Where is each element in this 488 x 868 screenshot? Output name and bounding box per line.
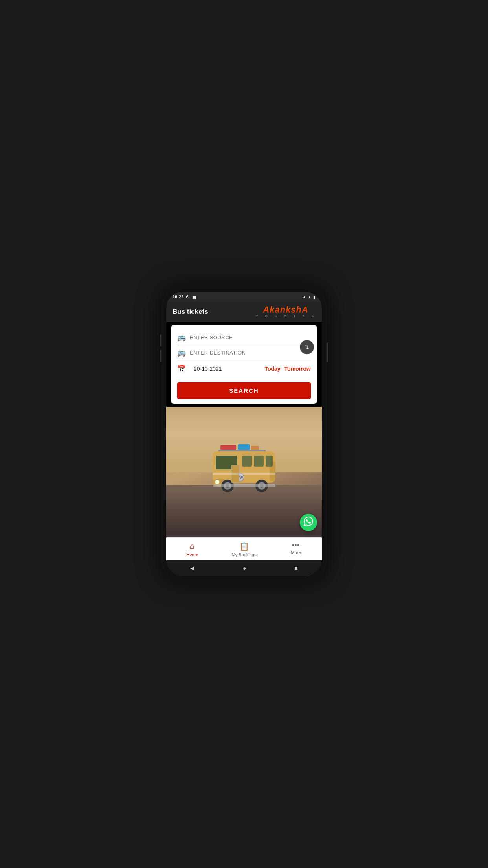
svg-rect-1	[238, 444, 250, 450]
destination-row: 🚌	[177, 345, 311, 360]
home-android-button[interactable]: ●	[235, 563, 254, 573]
volume-up-button	[160, 335, 161, 346]
alarm-icon: ⏱	[186, 295, 190, 299]
power-button	[327, 342, 328, 362]
more-label: More	[291, 550, 301, 555]
svg-rect-2	[251, 446, 259, 450]
home-icon: ⌂	[190, 542, 194, 551]
phone-frame: 10:22 ⏱ ▣ ▲ ▲ ▮ Bus tickets AkankshA	[161, 287, 327, 581]
svg-rect-9	[254, 456, 264, 467]
tomorrow-button[interactable]: Tomorrow	[284, 366, 311, 372]
calendar-icon: 📅	[177, 364, 186, 373]
svg-rect-24	[213, 473, 275, 475]
brand-name: AkankshA	[263, 305, 308, 314]
volume-down-button	[160, 350, 161, 362]
signal-icon: ▲	[308, 295, 312, 299]
source-row: 🚌 ⇅	[177, 330, 311, 345]
today-button[interactable]: Today	[264, 366, 280, 372]
bus-illustration: VW	[166, 407, 322, 537]
nav-home[interactable]: ⌂ Home	[166, 538, 218, 560]
svg-rect-3	[218, 450, 266, 451]
status-bar: 10:22 ⏱ ▣ ▲ ▲ ▮	[166, 292, 322, 302]
home-label: Home	[186, 552, 198, 557]
date-row: 📅 20-10-2021 Today Tomorrow	[177, 360, 311, 377]
destination-input[interactable]	[190, 350, 311, 356]
brand-tagline: T · O · U · R · I · S · M	[256, 314, 316, 318]
destination-bus-icon: 🚌	[177, 348, 186, 357]
nav-more[interactable]: ••• More	[270, 538, 322, 560]
data-icon: ▣	[192, 295, 196, 299]
app-content: Bus tickets AkankshA T · O · U · R · I ·…	[166, 302, 322, 576]
source-input[interactable]	[190, 335, 311, 340]
search-card: 🚌 ⇅ 🚌 📅 20-10-2021	[171, 325, 317, 404]
svg-point-13	[215, 480, 220, 484]
phone-inner: 10:22 ⏱ ▣ ▲ ▲ ▮ Bus tickets AkankshA	[166, 292, 322, 576]
android-navigation: ◀ ● ■	[166, 560, 322, 576]
bookings-icon: 📋	[239, 542, 249, 551]
svg-rect-8	[242, 456, 252, 467]
svg-rect-23	[213, 484, 275, 487]
swap-icon: ⇅	[305, 344, 309, 350]
source-bus-icon: 🚌	[177, 333, 186, 342]
recent-apps-button[interactable]: ■	[286, 563, 305, 573]
bookings-label: My Bookings	[232, 552, 257, 557]
battery-icon: ▮	[313, 295, 316, 299]
status-right: ▲ ▲ ▮	[302, 295, 316, 299]
nav-bookings[interactable]: 📋 My Bookings	[218, 538, 270, 560]
svg-rect-10	[266, 456, 273, 467]
wifi-icon: ▲	[302, 295, 306, 299]
app-header: Bus tickets AkankshA T · O · U · R · I ·…	[166, 302, 322, 322]
search-button[interactable]: SEARCH	[177, 382, 311, 399]
more-icon: •••	[292, 542, 300, 549]
screen: 10:22 ⏱ ▣ ▲ ▲ ▮ Bus tickets AkankshA	[166, 292, 322, 576]
status-left: 10:22 ⏱ ▣	[172, 294, 196, 299]
hero-image-area: VW	[166, 407, 322, 537]
bottom-navigation: ⌂ Home 📋 My Bookings ••• More	[166, 537, 322, 560]
svg-rect-0	[220, 445, 236, 450]
whatsapp-icon	[304, 517, 313, 528]
swap-button[interactable]: ⇅	[300, 340, 314, 354]
page-title: Bus tickets	[172, 308, 208, 316]
time-display: 10:22	[172, 294, 183, 299]
whatsapp-button[interactable]	[300, 514, 317, 531]
brand-logo: AkankshA T · O · U · R · I · S · M	[256, 305, 316, 318]
vintage-bus: VW	[201, 442, 287, 505]
selected-date[interactable]: 20-10-2021	[194, 366, 261, 372]
back-button[interactable]: ◀	[182, 563, 202, 573]
